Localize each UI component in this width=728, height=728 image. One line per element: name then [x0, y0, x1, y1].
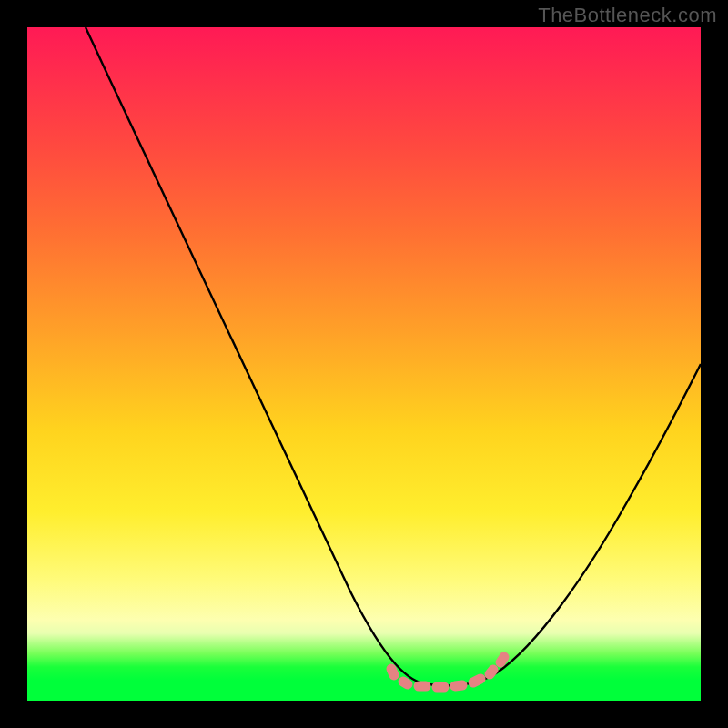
optimal-dash — [500, 657, 504, 662]
optimal-dash — [490, 670, 493, 674]
optimal-dash — [473, 679, 480, 682]
bottleneck-curve — [86, 27, 701, 686]
watermark-text: TheBottleneck.com — [538, 4, 717, 27]
curve-layer — [27, 27, 701, 701]
optimal-dash — [403, 682, 408, 684]
chart-frame: TheBottleneck.com — [0, 0, 728, 728]
optimal-dash — [391, 669, 394, 675]
optimal-dash — [455, 685, 462, 686]
optimal-marker-group — [391, 657, 504, 687]
